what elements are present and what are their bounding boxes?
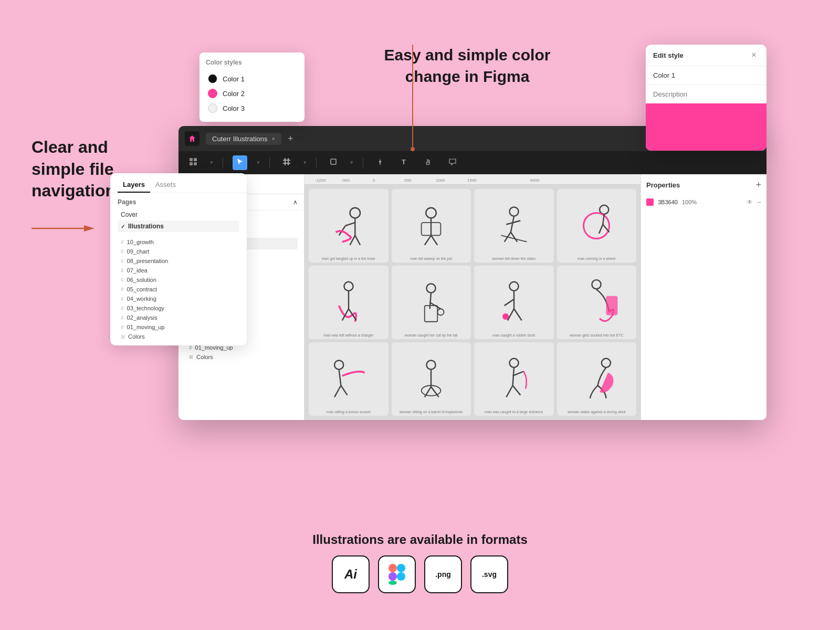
right-panel-title: Properties <box>646 181 680 189</box>
bottom-section: Illustrations are available in formats A… <box>0 532 840 593</box>
visibility-icon[interactable]: 👁 <box>747 198 753 206</box>
illus-cell-8: woman gets sucked into the ETC <box>557 266 637 339</box>
home-icon[interactable] <box>185 131 200 146</box>
toolbar-frame-dropdown[interactable]: ▾ <box>303 159 307 166</box>
svg-rect-8 <box>283 160 290 161</box>
popup-color-2[interactable]: Color 2 <box>206 86 298 101</box>
tab-close[interactable]: × <box>271 135 275 142</box>
svg-text:-500: -500 <box>341 178 350 183</box>
svg-rect-3 <box>194 158 197 161</box>
edit-style-name-input[interactable] <box>646 66 766 85</box>
svg-rect-4 <box>190 162 193 165</box>
illus-cell-2: man fell asleep on the job <box>392 189 471 262</box>
illus-label-2: man fell asleep on the job <box>392 257 471 260</box>
lp-layer-05-contract[interactable]: # 05_contract <box>118 285 239 294</box>
svg-point-11 <box>379 161 381 163</box>
toolbar-select-icon[interactable] <box>233 155 247 170</box>
svg-point-56 <box>592 280 601 289</box>
toolbar-select-dropdown[interactable]: ▾ <box>257 159 260 166</box>
figma-toolbar: ▾ ▾ ▾ ▾ <box>178 151 766 174</box>
illus-cell-1: man got tangled up in a fire hose <box>309 189 388 262</box>
illus-label-4: man running in a wheel <box>557 257 637 260</box>
svg-text:1500: 1500 <box>467 178 477 183</box>
grid-icon: ⊞ <box>189 354 193 360</box>
svg-rect-57 <box>606 296 618 316</box>
lp-layer-colors[interactable]: ⊞ Colors <box>118 332 239 341</box>
toolbar-dropdown-arrow[interactable]: ▾ <box>210 159 213 166</box>
svg-line-28 <box>425 235 431 245</box>
toolbar-frame-icon[interactable] <box>279 155 294 170</box>
ruler-svg: -1200 -500 0 500 1000 1500 8000 <box>310 175 635 184</box>
lp-layer-03-technology[interactable]: # 03_technology <box>118 303 239 313</box>
popup-color-3-label: Color 3 <box>223 104 245 112</box>
svg-point-36 <box>600 205 608 214</box>
toolbar-pen-icon[interactable] <box>373 155 387 170</box>
lp-layer-07-idea[interactable]: # 07_idea <box>118 266 239 275</box>
lp-tab-assets[interactable]: Assets <box>150 177 181 193</box>
lp-grid-icon: ⊞ <box>121 334 125 340</box>
lp-layer-09-chart[interactable]: # 09_chart <box>118 247 239 256</box>
color-hex-value: 3B3640 <box>658 199 678 205</box>
popup-color-3[interactable]: Color 3 <box>206 101 298 116</box>
svg-point-37 <box>584 213 610 239</box>
lp-page-illustrations[interactable]: ✓ Illustrations <box>118 220 239 232</box>
layer-colors[interactable]: ⊞ Colors <box>185 352 298 362</box>
illus-cell-3: woman fell down the stairs <box>474 189 554 262</box>
svg-point-47 <box>437 309 444 315</box>
lp-hash-icon: # <box>121 258 124 264</box>
lp-layer-06-solution[interactable]: # 06_solution <box>118 275 239 285</box>
toolbar-hand-icon[interactable] <box>421 155 436 170</box>
svg-rect-5 <box>194 162 197 165</box>
svg-text:500: 500 <box>404 178 412 183</box>
svg-point-41 <box>344 282 353 291</box>
svg-line-68 <box>512 368 513 385</box>
lp-check-icon: ✓ <box>121 224 125 229</box>
lp-layer-08-presentation[interactable]: # 08_presentation <box>118 256 239 266</box>
figma-canvas[interactable]: -1200 -500 0 500 1000 1500 8000 man got … <box>304 174 640 420</box>
lp-tab-layers[interactable]: Layers <box>118 177 150 193</box>
illus-label-5: man was left without a charger <box>309 333 388 337</box>
illus-cell-11: man was caught to a large entrance <box>474 342 554 416</box>
new-tab-button[interactable]: + <box>288 133 293 144</box>
lp-layer-01-moving-up[interactable]: # 01_moving_up <box>118 322 239 332</box>
figma-tab[interactable]: Cuterr Illustrations × <box>206 133 281 145</box>
toolbar-separator-3 <box>316 158 317 168</box>
layers-panel-tabs: Layers Assets <box>110 173 247 193</box>
svg-point-20 <box>350 208 360 218</box>
lp-hash-icon: # <box>121 296 124 302</box>
toolbar-grid-icon[interactable] <box>186 155 201 170</box>
lp-layer-04-working[interactable]: # 04_working <box>118 294 239 303</box>
toolbar-shape-dropdown[interactable]: ▾ <box>350 159 353 166</box>
edit-style-close-button[interactable]: × <box>749 50 759 60</box>
edit-style-color-swatch[interactable] <box>646 103 766 151</box>
color-swatch-main[interactable] <box>646 198 654 206</box>
ruler-horizontal: -1200 -500 0 500 1000 1500 8000 <box>304 174 640 185</box>
popup-color-1[interactable]: Color 1 <box>206 71 298 86</box>
lp-layer-02-analysis[interactable]: # 02_analysis <box>118 313 239 322</box>
toolbar-text-icon[interactable]: T <box>397 155 412 170</box>
illus-label-6: woman caught her cat by the tail <box>392 333 471 337</box>
right-panel-add-button[interactable]: + <box>755 180 761 191</box>
svg-rect-75 <box>388 572 397 581</box>
remove-color-button[interactable]: − <box>757 198 761 206</box>
svg-point-31 <box>509 207 518 216</box>
illus-label-12: woman walks against a strong wind <box>557 410 637 414</box>
edit-style-panel: Edit style × <box>646 45 766 151</box>
popup-color-2-label: Color 2 <box>223 90 245 98</box>
illus-cell-10: woman sitting on a barrel of explosives <box>392 342 471 416</box>
illustrations-chevron[interactable]: ∧ <box>293 198 298 206</box>
edit-style-description-input[interactable] <box>646 85 766 103</box>
toolbar-comment-icon[interactable] <box>445 155 460 170</box>
svg-line-46 <box>430 293 431 309</box>
svg-point-55 <box>502 313 509 320</box>
svg-rect-2 <box>190 158 193 161</box>
svg-line-52 <box>504 299 513 306</box>
illus-label-8: woman gets sucked into the ETC <box>557 333 637 337</box>
svg-line-71 <box>512 385 520 395</box>
toolbar-shape-icon[interactable] <box>326 155 341 170</box>
illus-label-9: man sitting a bonus sunset <box>309 410 388 414</box>
lp-page-cover[interactable]: Cover <box>118 209 239 220</box>
lp-layer-10-growth[interactable]: # 10_growth <box>118 237 239 247</box>
svg-marker-1 <box>84 225 94 232</box>
figma-icon <box>388 564 405 585</box>
